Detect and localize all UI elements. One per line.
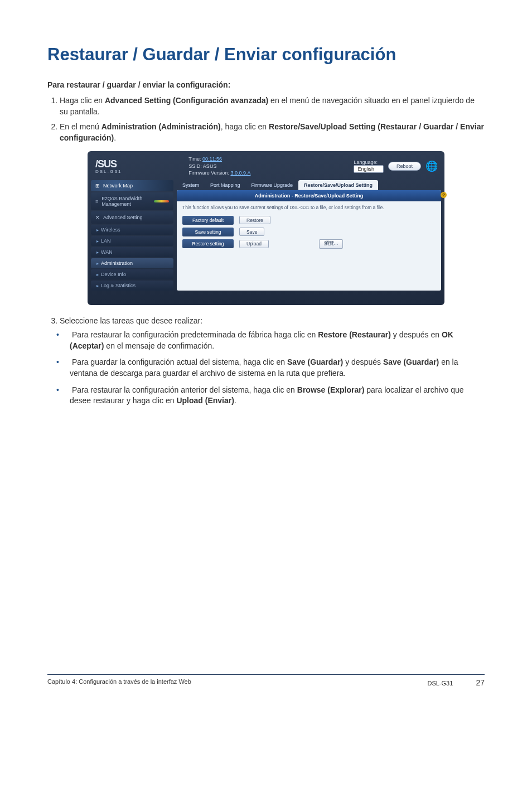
task-restore: Para restaurar la configuración predeter…	[70, 330, 485, 351]
sidebar-item-device-info[interactable]: Device Info	[91, 269, 173, 279]
page-number: 27	[476, 678, 485, 687]
tab-port-mapping[interactable]: Port Mapping	[205, 180, 246, 190]
footer-model: DSL-G31	[428, 680, 453, 687]
help-icon[interactable]: ?	[441, 192, 447, 198]
model-label: DSL-G31	[95, 169, 122, 174]
tools-icon: ✕	[95, 215, 100, 220]
tab-firmware-upgrade[interactable]: Firmware Upgrade	[246, 180, 299, 190]
task-browse-upload: Para restaurar la configuración anterior…	[70, 385, 485, 407]
footer-chapter: Capítulo 4: Configuración a través de la…	[47, 678, 191, 687]
sidebar-item-wan[interactable]: WAN	[91, 247, 173, 257]
sidebar-network-map[interactable]: ⊞ Network Map	[91, 180, 173, 191]
label-save-setting: Save setting	[182, 228, 234, 236]
sidebar-advanced-setting[interactable]: ✕ Advanced Setting	[91, 211, 173, 224]
router-ui-screenshot: /SUS DSL-G31 Time: 00:11:56 SSID: ASUS F…	[88, 151, 444, 305]
restore-button[interactable]: Restore	[239, 216, 270, 224]
language-select[interactable]: English	[354, 165, 384, 173]
save-button[interactable]: Save	[239, 228, 264, 236]
section-subhead: Para restaurar / guardar / enviar la con…	[47, 80, 485, 89]
step-2: En el menú Administration (Administració…	[60, 121, 485, 144]
sidebar-item-lan[interactable]: LAN	[91, 236, 173, 246]
top-center-info: Time: 00:11:56 SSID: ASUS Firmware Versi…	[188, 156, 250, 177]
reboot-button[interactable]: Reboot	[388, 162, 421, 171]
firmware-link[interactable]: 3.0.0.9.A	[230, 170, 250, 176]
step-3: Seleccione las tareas que desee realizar…	[60, 315, 485, 326]
brand-logo: /SUS	[95, 158, 122, 170]
language-block: Language: English	[354, 160, 384, 173]
time-link[interactable]: 00:11:56	[202, 156, 222, 162]
tab-system[interactable]: System	[177, 180, 205, 190]
panel-description: This function allows you to save current…	[177, 201, 441, 216]
label-factory-default: Factory default	[182, 216, 234, 225]
task-save: Para guardar la configuración actual del…	[70, 357, 485, 379]
globe-icon[interactable]: 🌐	[425, 160, 438, 172]
browse-button[interactable]: 瀏覽...	[319, 239, 343, 249]
panel-title: Administration - Restore/Save/Upload Set…	[177, 190, 441, 201]
network-icon: ⊞	[95, 183, 100, 189]
label-restore-setting: Restore setting	[182, 239, 234, 248]
page-title: Restaurar / Guardar / Enviar configuraci…	[47, 45, 485, 65]
sidebar-item-administration[interactable]: Administration	[91, 258, 173, 268]
tab-restore-save-upload[interactable]: Restore/Save/Upload Setting	[298, 180, 378, 190]
ezqos-icon: ≡	[95, 199, 98, 204]
upload-button[interactable]: Upload	[239, 240, 269, 248]
bandwidth-bar-icon	[154, 200, 169, 202]
sidebar-item-log-statistics[interactable]: Log & Statistics	[91, 281, 173, 291]
step-1: Haga clic en Advanced Setting (Configura…	[60, 95, 485, 118]
sidebar-item-wireless[interactable]: Wireless	[91, 225, 173, 235]
sidebar-ezqos[interactable]: ≡ EzQoS Bandwidth Management	[91, 192, 173, 210]
